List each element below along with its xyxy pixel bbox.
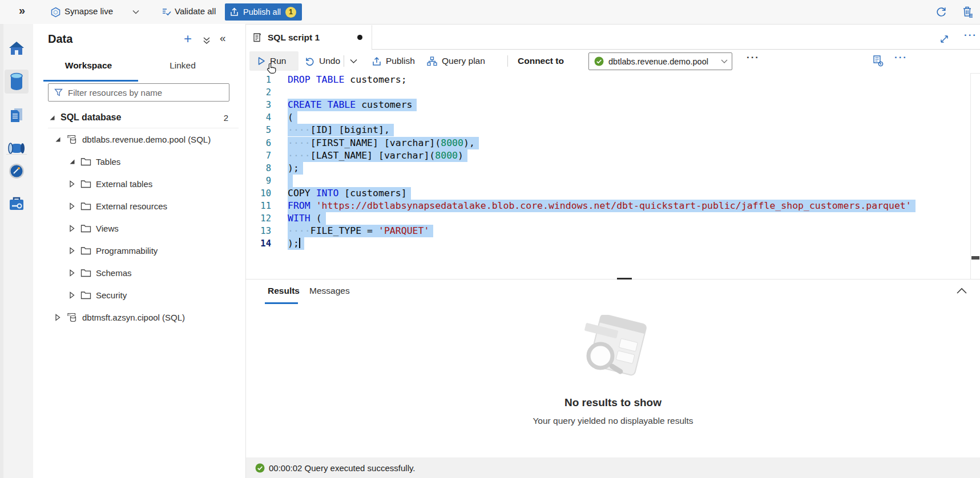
run-button[interactable]: Run xyxy=(257,50,286,72)
line-number: 2 xyxy=(246,86,271,99)
publish-all-button[interactable]: Publish all 1 xyxy=(225,3,302,21)
caret-collapsed-icon[interactable] xyxy=(68,202,76,210)
tab-workspace[interactable]: Workspace xyxy=(41,60,136,71)
refresh-icon[interactable] xyxy=(935,6,947,18)
nav-data-icon[interactable] xyxy=(5,70,29,94)
tab-messages[interactable]: Messages xyxy=(309,286,350,296)
tree-item[interactable]: External tables xyxy=(33,173,245,195)
code-line-7[interactable]: 7····[LAST_NAME] [varchar](8000) xyxy=(246,149,970,162)
code-line-3[interactable]: 3CREATE TABLE customers xyxy=(246,99,970,111)
tree-item-label: dbtmsft.azsyn.cipool (SQL) xyxy=(82,313,185,322)
toolbar-overflow-icon[interactable]: ··· xyxy=(894,52,908,63)
caret-collapsed-icon[interactable] xyxy=(68,291,76,299)
code-line-1[interactable]: 1DROP TABLE customers; xyxy=(246,74,970,86)
active-tab-underline xyxy=(43,80,138,82)
tree-item-root[interactable]: SQL database2 xyxy=(33,107,245,128)
tab-more-icon[interactable]: ··· xyxy=(964,30,977,41)
publish-icon xyxy=(372,56,381,66)
data-explorer-panel: Data + « Workspace Linked SQL database2d… xyxy=(33,24,246,478)
tree-item[interactable]: Tables xyxy=(33,151,245,173)
code-line-14[interactable]: 14); xyxy=(246,237,970,250)
code-line-9[interactable]: 9 xyxy=(246,175,970,187)
tree-item-label: Programmability xyxy=(96,246,158,256)
branch-selector[interactable]: Synapse live xyxy=(64,6,113,16)
code-line-4[interactable]: 4( xyxy=(246,111,970,124)
pool-online-check-icon xyxy=(594,56,604,66)
tree-item-label: External resources xyxy=(96,201,167,211)
toolbar-more-icon[interactable]: ··· xyxy=(747,52,760,63)
collapse-results-icon[interactable] xyxy=(956,287,967,294)
caret-collapsed-icon[interactable] xyxy=(54,314,62,321)
caret-expanded-icon[interactable] xyxy=(68,159,76,165)
tab-sql-script-1[interactable]: SQL script 1 xyxy=(246,25,372,50)
nav-monitor-icon[interactable] xyxy=(5,159,29,183)
expand-sidebar-icon[interactable]: » xyxy=(19,4,25,17)
results-tabbar: Results Messages xyxy=(246,279,980,305)
publish-button[interactable]: Publish xyxy=(372,50,415,72)
tree-item-label: Schemas xyxy=(96,268,132,278)
line-number: 12 xyxy=(246,212,271,225)
line-number: 14 xyxy=(246,237,271,250)
code-line-6[interactable]: 6····[FIRST_NAME] [varchar](8000), xyxy=(246,137,970,149)
code-line-10[interactable]: 10COPY INTO [customers] xyxy=(246,187,970,200)
tree-item[interactable]: Schemas xyxy=(33,262,245,284)
pool-icon xyxy=(66,312,78,323)
code-line-13[interactable]: 13····FILE_TYPE = 'PARQUET' xyxy=(246,225,970,237)
folder-icon xyxy=(80,291,91,299)
caret-collapsed-icon[interactable] xyxy=(68,225,76,232)
tree-item[interactable]: External resources xyxy=(33,195,245,217)
collapse-all-icon[interactable] xyxy=(203,37,211,44)
folder-icon xyxy=(80,269,91,277)
no-results-subtitle: Your query yielded no displayable result… xyxy=(246,416,980,426)
sql-editor-pane: SQL script 1 ··· Run Undo xyxy=(246,25,980,478)
tree-item-label: Tables xyxy=(96,157,120,167)
validate-all-button[interactable]: Validate all xyxy=(175,6,216,16)
tree-item[interactable]: Views xyxy=(33,217,245,240)
sql-code-area[interactable]: 1DROP TABLE customers;23CREATE TABLE cus… xyxy=(246,73,970,279)
tree-item[interactable]: dbtlabs.revenue.demo.pool (SQL) xyxy=(33,128,245,151)
nav-home-icon[interactable] xyxy=(5,37,29,60)
code-line-11[interactable]: 11FROM 'https://dbtlabsynapsedatalake.bl… xyxy=(246,200,970,212)
pool-select-dropdown[interactable]: dbtlabs.revenue.demo.pool xyxy=(588,52,732,70)
line-number: 13 xyxy=(246,225,271,237)
tree-item-count: 2 xyxy=(224,113,245,123)
success-check-icon xyxy=(255,463,265,473)
caret-expanded-icon[interactable] xyxy=(48,115,56,121)
nav-develop-icon[interactable] xyxy=(5,103,29,127)
tree-item[interactable]: Security xyxy=(33,284,245,306)
nav-integrate-icon[interactable] xyxy=(5,136,29,160)
caret-collapsed-icon[interactable] xyxy=(68,247,76,254)
add-resource-icon[interactable]: + xyxy=(184,33,192,44)
rail-divider xyxy=(6,154,27,155)
caret-collapsed-icon[interactable] xyxy=(68,269,76,277)
code-line-2[interactable]: 2 xyxy=(246,86,970,99)
editor-toolbar: Run Undo Publish xyxy=(246,50,980,74)
folder-icon xyxy=(80,224,91,233)
filter-input[interactable] xyxy=(68,88,229,98)
caret-collapsed-icon[interactable] xyxy=(68,180,76,188)
expand-editor-icon[interactable] xyxy=(940,35,949,43)
tree-item[interactable]: Programmability xyxy=(33,240,245,262)
tab-linked[interactable]: Linked xyxy=(135,60,231,71)
line-number: 1 xyxy=(246,74,271,86)
chevron-down-icon[interactable] xyxy=(132,10,139,14)
editor-scrollbar-thumb[interactable] xyxy=(971,256,979,260)
filter-box xyxy=(48,83,229,102)
discard-all-icon[interactable] xyxy=(961,5,974,19)
editor-scrollbar-track xyxy=(970,73,971,279)
caret-expanded-icon[interactable] xyxy=(54,136,62,143)
run-options-chevron[interactable] xyxy=(350,50,357,72)
nav-manage-icon[interactable] xyxy=(5,192,29,216)
line-number: 10 xyxy=(246,187,271,200)
code-line-12[interactable]: 12WITH ( xyxy=(246,212,970,225)
tab-results[interactable]: Results xyxy=(268,286,300,296)
undo-button[interactable]: Undo xyxy=(305,50,340,72)
left-nav-rail xyxy=(0,24,34,478)
tree-item[interactable]: dbtmsft.azsyn.cipool (SQL) xyxy=(33,306,245,329)
code-line-8[interactable]: 8); xyxy=(246,162,970,175)
code-line-5[interactable]: 5····[ID] [bigint], xyxy=(246,124,970,136)
collapse-panel-icon[interactable]: « xyxy=(220,32,226,44)
line-number: 11 xyxy=(246,200,271,212)
query-plan-button[interactable]: Query plan xyxy=(427,50,485,72)
properties-icon[interactable] xyxy=(872,55,884,67)
